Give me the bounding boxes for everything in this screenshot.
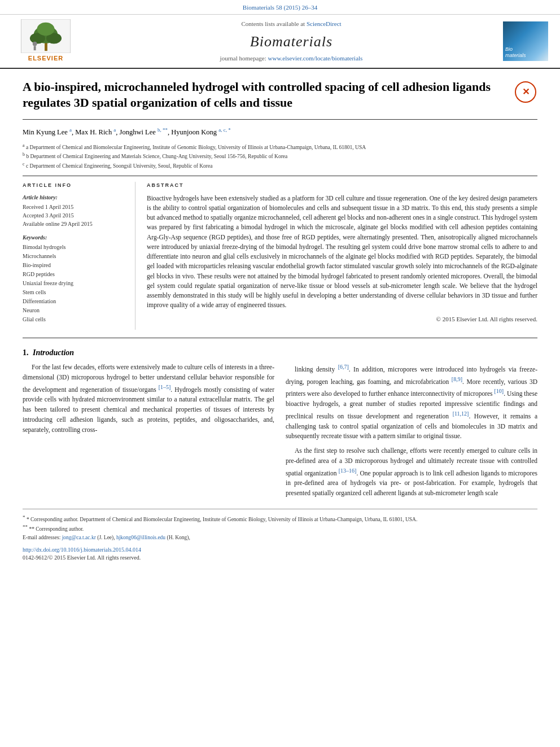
ref-10[interactable]: [10] — [495, 388, 504, 394]
abstract-heading: ABSTRACT — [147, 182, 537, 189]
abstract-text: Bioactive hydrogels have been extensivel… — [147, 194, 537, 311]
abstract-column: ABSTRACT Bioactive hydrogels have been e… — [147, 182, 537, 330]
svg-point-5 — [37, 23, 55, 36]
authors-line: Min Kyung Lee a, Max H. Rich a, Jonghwi … — [23, 126, 537, 138]
journal-citation-text: Biomaterials 58 (2015) 26–34 — [243, 4, 317, 11]
copyright-notice: © 2015 Elsevier Ltd. All rights reserved… — [147, 315, 537, 324]
keywords-list: Bimodal hydrogels Microchannels Bio-insp… — [23, 243, 127, 324]
bio-logo-label: Biomaterials — [505, 46, 526, 59]
crossmark-badge[interactable]: ✕ — [515, 81, 537, 104]
introduction-body-columns: For the last few decades, efforts were e… — [23, 362, 537, 503]
contents-text: Contents lists available at — [241, 20, 305, 27]
email-1-link[interactable]: jong@ca.t.ac.kr — [62, 535, 96, 540]
journal-name: Biomaterials — [250, 32, 333, 52]
online-date: Available online 29 April 2015 — [23, 220, 127, 228]
introduction-section: 1. Introduction For the last few decades… — [23, 347, 537, 503]
keyword-1: Bimodal hydrogels — [23, 243, 127, 252]
doi-link[interactable]: http://dx.doi.org/10.1016/j.biomaterials… — [23, 546, 537, 554]
keyword-7: Differentiation — [23, 297, 127, 306]
ref-8-9[interactable]: [8,9] — [452, 376, 462, 382]
article-history-group: Article history: Received 1 April 2015 A… — [23, 194, 127, 228]
contents-line: Contents lists available at ScienceDirec… — [241, 20, 341, 28]
ref-13-16[interactable]: [13–16] — [339, 468, 357, 474]
intro-para-right-2: As the first step to resolve such challe… — [286, 446, 537, 499]
sciencedirect-link[interactable]: ScienceDirect — [307, 20, 342, 27]
main-content-area: A bio-inspired, microchanneled hydrogel … — [0, 69, 560, 573]
keywords-group: Keywords: Bimodal hydrogels Microchannel… — [23, 234, 127, 324]
history-label: Article history: — [23, 194, 127, 202]
keyword-6: Stem cells — [23, 288, 127, 297]
info-abstract-columns: ARTICLE INFO Article history: Received 1… — [23, 182, 537, 338]
footnotes-area: * * Corresponding author. Department of … — [23, 509, 537, 541]
keyword-4: RGD peptides — [23, 270, 127, 279]
homepage-link[interactable]: www.elsevier.com/locate/biomaterials — [268, 55, 363, 62]
accepted-date: Accepted 3 April 2015 — [23, 211, 127, 220]
author-4: Hyunjoon Kong a, c, * — [171, 128, 231, 136]
elsevier-tree-icon — [20, 19, 71, 53]
homepage-label: journal homepage: — [220, 55, 266, 62]
keyword-5: Uniaxial freeze drying — [23, 279, 127, 288]
section-heading: 1. Introduction — [23, 347, 537, 359]
author-2: Max H. Rich a, — [75, 128, 119, 136]
journal-citation-bar: Biomaterials 58 (2015) 26–34 — [0, 0, 560, 15]
ref-11-12[interactable]: [11,12] — [453, 410, 469, 417]
section-title: Introduction — [33, 348, 74, 357]
intro-left-column: For the last few decades, efforts were e… — [23, 362, 274, 503]
elsevier-brand-label: ELSEVIER — [28, 54, 63, 63]
intro-right-column: linking density [6,7]. In addition, micr… — [286, 362, 537, 503]
journal-header: ELSEVIER Contents lists available at Sci… — [0, 15, 560, 68]
author-1: Min Kyung Lee a, — [23, 128, 75, 136]
svg-point-6 — [33, 42, 37, 46]
intro-para-left: For the last few decades, efforts were e… — [23, 362, 274, 435]
keyword-2: Microchannels — [23, 252, 127, 261]
keyword-8: Neuron — [23, 306, 127, 315]
keyword-9: Glial cells — [23, 315, 127, 324]
author-3: Jonghwi Lee b, **, — [120, 128, 172, 136]
footnote-star: * * Corresponding author. Department of … — [23, 514, 537, 523]
ref-1-5[interactable]: [1–5] — [159, 384, 171, 390]
affiliations-section: a a Department of Chemical and Biomolecu… — [23, 142, 537, 176]
article-info-heading: ARTICLE INFO — [23, 182, 127, 189]
article-title: A bio-inspired, microchanneled hydrogel … — [23, 79, 509, 111]
section-number: 1. — [23, 348, 29, 357]
affiliation-b: b b Department of Chemical Engineering a… — [23, 151, 537, 160]
affiliation-c: c c Department of Chemical Engineering, … — [23, 161, 537, 170]
article-title-section: A bio-inspired, microchanneled hydrogel … — [23, 79, 537, 120]
footnote-double-star: ** ** Corresponding author. — [23, 523, 537, 533]
ref-6-7[interactable]: [6,7] — [338, 364, 349, 370]
keywords-label: Keywords: — [23, 234, 127, 242]
homepage-line: journal homepage: www.elsevier.com/locat… — [220, 54, 363, 63]
article-info-column: ARTICLE INFO Article history: Received 1… — [23, 182, 135, 330]
biomaterials-logo-area: Biomaterials — [500, 19, 551, 63]
issn-line: 0142-9612/© 2015 Elsevier Ltd. All right… — [23, 554, 537, 562]
doi-area: http://dx.doi.org/10.1016/j.biomaterials… — [23, 546, 537, 562]
keyword-3: Bio-inspired — [23, 261, 127, 270]
received-date: Received 1 April 2015 — [23, 203, 127, 211]
footnote-emails: E-mail addresses: jong@ca.t.ac.kr (J. Le… — [23, 534, 537, 541]
journal-title-area: Contents lists available at ScienceDirec… — [88, 19, 495, 63]
email-2-link[interactable]: hjkong06@illinois.edu — [116, 535, 165, 540]
svg-rect-7 — [34, 46, 36, 51]
intro-para-right-1: linking density [6,7]. In addition, micr… — [286, 362, 537, 442]
biomaterials-cover-image: Biomaterials — [503, 21, 548, 61]
crossmark-icon: ✕ — [515, 81, 536, 103]
affiliation-a: a a Department of Chemical and Biomolecu… — [23, 142, 537, 151]
elsevier-logo-area: ELSEVIER — [9, 19, 82, 63]
